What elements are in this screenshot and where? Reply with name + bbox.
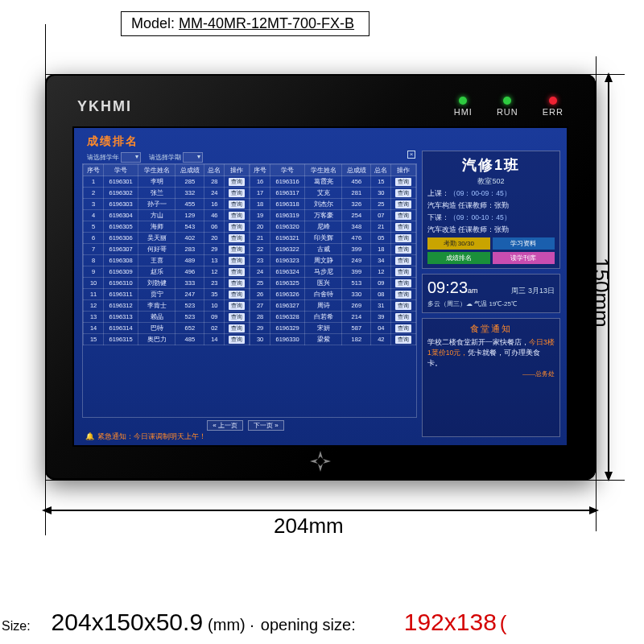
query-button[interactable]: 查询 <box>395 178 411 186</box>
table-row: 76196307何好哥28329查询 <box>84 244 250 255</box>
query-button[interactable]: 查询 <box>229 279 245 287</box>
table-cell[interactable]: 查询 <box>225 289 250 300</box>
query-button[interactable]: 查询 <box>395 200 411 208</box>
chip-ranking[interactable]: 成绩排名 <box>427 252 490 264</box>
table-cell: 赖晶 <box>138 312 175 323</box>
chip-resources[interactable]: 学习资料 <box>493 237 555 250</box>
table-cell: 古威 <box>304 244 341 255</box>
table-cell[interactable]: 查询 <box>391 188 416 199</box>
led-run: RUN <box>497 97 518 117</box>
year-select[interactable] <box>121 152 141 163</box>
next-page-button[interactable]: 下一页 » <box>248 420 284 431</box>
query-button[interactable]: 查询 <box>229 178 245 186</box>
table-cell: 何好哥 <box>138 244 175 255</box>
table-cell: 刘杰尔 <box>304 199 341 210</box>
term-select[interactable] <box>183 152 203 163</box>
query-button[interactable]: 查询 <box>229 223 245 231</box>
query-button[interactable]: 查询 <box>395 291 411 299</box>
table-cell[interactable]: 查询 <box>391 210 416 221</box>
table-cell[interactable]: 查询 <box>391 278 416 289</box>
table-cell[interactable]: 查询 <box>225 312 250 323</box>
table-cell[interactable]: 查询 <box>391 221 416 233</box>
table-header: 学号 <box>104 165 138 176</box>
table-cell[interactable]: 查询 <box>391 255 416 266</box>
table-cell[interactable]: 查询 <box>225 300 250 312</box>
chip-library[interactable]: 读学刊库 <box>493 252 555 264</box>
table-cell[interactable]: 查询 <box>225 334 250 345</box>
table-cell: 3 <box>84 199 104 210</box>
table-cell[interactable]: 查询 <box>225 221 250 233</box>
table-cell[interactable]: 查询 <box>225 176 250 188</box>
table-cell[interactable]: 查询 <box>225 199 250 210</box>
table-cell[interactable]: 查询 <box>225 323 250 334</box>
query-button[interactable]: 查询 <box>395 279 411 287</box>
table-cell: 06 <box>204 221 225 233</box>
table-row: 286196328白若希21439查询 <box>250 312 416 323</box>
query-button[interactable]: 查询 <box>395 246 411 254</box>
table-cell: 12 <box>371 266 391 278</box>
table-cell[interactable]: 查询 <box>391 334 416 345</box>
nav-diamond-button[interactable] <box>308 449 332 473</box>
query-button[interactable]: 查询 <box>395 313 411 321</box>
query-button[interactable]: 查询 <box>229 212 245 220</box>
table-cell[interactable]: 查询 <box>225 255 250 266</box>
hmi-screen[interactable]: 成绩排名 请选择学年 请选择学期 × 序号学号学生姓名总成绩总名操作 16196… <box>72 126 568 447</box>
query-button[interactable]: 查询 <box>395 212 411 220</box>
query-button[interactable]: 查询 <box>229 291 245 299</box>
table-cell: 182 <box>342 334 371 345</box>
table-cell: 医兴 <box>304 278 341 289</box>
query-button[interactable]: 查询 <box>395 234 411 242</box>
table-cell[interactable]: 查询 <box>225 244 250 255</box>
query-button[interactable]: 查询 <box>395 302 411 310</box>
table-cell[interactable]: 查询 <box>391 289 416 300</box>
table-cell: 269 <box>342 300 371 312</box>
query-button[interactable]: 查询 <box>229 257 245 265</box>
query-button[interactable]: 查询 <box>229 189 245 197</box>
prev-page-button[interactable]: « 上一页 <box>207 420 243 431</box>
table-row: 16196301李明28528查询 <box>84 176 250 188</box>
table-cell: 奥巴力 <box>138 334 175 345</box>
table-cell[interactable]: 查询 <box>225 266 250 278</box>
table-cell[interactable]: 查询 <box>225 233 250 244</box>
table-cell[interactable]: 查询 <box>391 244 416 255</box>
query-button[interactable]: 查询 <box>229 200 245 208</box>
query-button[interactable]: 查询 <box>229 313 245 321</box>
table-cell[interactable]: 查询 <box>225 188 250 199</box>
led-label: ERR <box>543 107 564 117</box>
query-button[interactable]: 查询 <box>229 324 245 332</box>
table-cell[interactable]: 查询 <box>391 233 416 244</box>
chip-attendance[interactable]: 考勤 30/30 <box>427 237 490 250</box>
table-cell[interactable]: 查询 <box>391 300 416 312</box>
query-button[interactable]: 查询 <box>229 302 245 310</box>
query-button[interactable]: 查询 <box>395 189 411 197</box>
table-cell[interactable]: 查询 <box>225 278 250 289</box>
table-cell: 05 <box>371 233 391 244</box>
query-button[interactable]: 查询 <box>395 223 411 231</box>
table-cell[interactable]: 查询 <box>391 199 416 210</box>
query-button[interactable]: 查询 <box>395 336 411 344</box>
query-button[interactable]: 查询 <box>229 246 245 254</box>
table-cell: 吴天丽 <box>138 233 175 244</box>
table-cell: 283 <box>175 244 204 255</box>
table-cell: 6196323 <box>270 255 305 266</box>
query-button[interactable]: 查询 <box>229 234 245 242</box>
table-cell: 6196329 <box>270 323 305 334</box>
table-header: 学生姓名 <box>304 165 341 176</box>
table-cell[interactable]: 查询 <box>391 312 416 323</box>
query-button[interactable]: 查询 <box>229 268 245 276</box>
close-icon[interactable]: × <box>407 151 415 159</box>
table-cell[interactable]: 查询 <box>391 323 416 334</box>
product-stage: 204mm 150mm YKHMI HMI RUN ERR 成绩排名 请选择学年… <box>16 40 628 523</box>
query-button[interactable]: 查询 <box>395 324 411 332</box>
query-button[interactable]: 查询 <box>395 268 411 276</box>
table-cell: 02 <box>204 323 225 334</box>
table-cell: 332 <box>175 188 204 199</box>
table-cell[interactable]: 查询 <box>225 210 250 221</box>
alert-icon: 🔔 <box>85 432 94 440</box>
query-button[interactable]: 查询 <box>395 257 411 265</box>
query-button[interactable]: 查询 <box>229 336 245 344</box>
table-header: 操作 <box>391 165 416 176</box>
table-cell[interactable]: 查询 <box>391 176 416 188</box>
table-row: 186196318刘杰尔32625查询 <box>250 199 416 210</box>
table-cell[interactable]: 查询 <box>391 266 416 278</box>
